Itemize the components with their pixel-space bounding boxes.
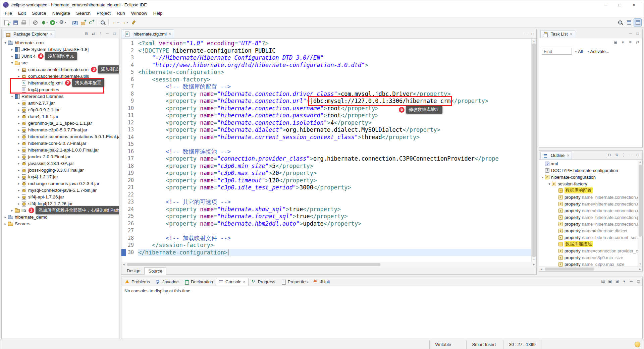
vertical-scrollbar[interactable]: ▲ ▼ [531, 39, 536, 262]
minimize-icon[interactable]: ─ [105, 32, 110, 36]
close-view-icon[interactable]: × [50, 32, 53, 37]
tree-item-junit-4[interactable]: ▸JUnit 44添加测试单元 [2, 53, 119, 59]
tree-item-com-caochenlei-hibernate-crm[interactable]: ▸com.caochenlei.hibernate.crm3添加测试包 [2, 66, 119, 73]
code-line-25[interactable]: 25 <property name="hibernate.format_sql"… [121, 213, 531, 220]
tree-item-antlr-2-7-7-jar[interactable]: ▸antlr-2.7.7.jar [2, 100, 119, 106]
line-number[interactable]: 21 [121, 184, 138, 191]
editor-tab-hibernate-cfg-xml[interactable]: hibernate.cfg.xml × [122, 30, 174, 38]
line-number[interactable]: 27 [121, 227, 138, 235]
code-line-16[interactable]: 16 <!-- 数据库连接池 --> [121, 148, 531, 156]
minimize-button[interactable]: ─ [599, 1, 613, 9]
scroll-up-icon[interactable]: ▲ [638, 160, 642, 164]
clear-console-icon[interactable]: ▤ [601, 279, 605, 284]
tab-declaration[interactable]: Declaration [181, 278, 216, 286]
tab-design[interactable]: Design [123, 267, 144, 274]
tree-item-hibernate-crm[interactable]: ▾hibernate_crm [2, 39, 119, 46]
task-list-tab[interactable]: Task List × [540, 30, 575, 38]
tree-item-property[interactable]: propertyname=c3p0.min_size [539, 254, 638, 261]
new-package-button[interactable] [79, 18, 87, 26]
tree-item-slf4j-log4j12-1-7-26-jar[interactable]: ▸slf4j-log4j12-1.7.26.jar [2, 200, 119, 207]
tree-item-property[interactable]: propertyname=connection.provider_class [539, 247, 638, 254]
maximize-icon[interactable]: □ [112, 32, 117, 36]
line-number[interactable]: 25 [121, 213, 138, 220]
close-tab-icon[interactable]: × [243, 280, 246, 284]
code-line-6[interactable]: 6 <session-factory> [121, 76, 531, 83]
maximize-icon[interactable]: □ [636, 279, 641, 284]
tree-item-servers[interactable]: ▸Servers [2, 220, 119, 227]
tree-item-com-caochenlei-hibernate-utils[interactable]: ▸com.caochenlei.hibernate.utils [2, 73, 119, 79]
line-number[interactable]: 8 [121, 91, 138, 98]
maximize-icon[interactable]: □ [635, 32, 640, 36]
perspective-javaee-button[interactable] [634, 18, 642, 26]
code-line-29[interactable]: 29 </session-factory> [121, 242, 531, 249]
tree-item-property[interactable]: propertyname=hibernate.connection.driver… [539, 194, 638, 200]
tree-item-property[interactable]: propertyname=c3p0.max_size [539, 261, 638, 267]
tree-item-hibernate-configuration[interactable]: ▾hibernate-configuration [539, 174, 638, 180]
new-wizard-button[interactable]: ▾ [2, 18, 12, 26]
close-button[interactable]: × [627, 1, 641, 9]
tree-item-hibernate-jpa-2-1-api-1-0-0-final-jar[interactable]: ▸hibernate-jpa-2.1-api-1.0.0.Final.jar [2, 147, 119, 153]
line-number[interactable]: 18 [121, 163, 138, 170]
menu-file[interactable]: File [2, 10, 15, 16]
line-number[interactable]: 1 [121, 40, 138, 47]
tree-item-geronimo-jta-1-1-spec-1-1-1-jar[interactable]: ▸geronimo-jta_1.1_spec-1.1.1.jar [2, 120, 119, 126]
code-line-9[interactable]: 9 <property name="hibernate.connection.u… [121, 98, 531, 105]
line-number[interactable]: 4 [121, 62, 138, 69]
code-line-19[interactable]: 19 <property name="c3p0.max_size">20</pr… [121, 170, 531, 177]
back-button[interactable]: ▾ [110, 18, 120, 26]
code-line-21[interactable]: 21 <property name="c3p0.idle_test_period… [121, 184, 531, 191]
code-line-1[interactable]: 1<?xml version="1.0" encoding="UTF-8"?> [121, 40, 531, 47]
scroll-up-icon[interactable]: ▲ [532, 39, 536, 43]
line-number[interactable]: 14 [121, 134, 138, 141]
tree-item-jandex-2-0-0-final-jar[interactable]: ▸jandex-2.0.0.Final.jar [2, 153, 119, 160]
tree-item-src[interactable]: ▾src [2, 59, 119, 66]
link-with-editor-icon[interactable]: ⇄ [91, 32, 96, 36]
tree-item-property[interactable]: propertyname=hibernate.dialect [539, 227, 638, 234]
perspective-java-button[interactable] [625, 18, 633, 26]
code-line-3[interactable]: 3 "-//Hibernate/Hibernate Configuration … [121, 54, 531, 62]
tree-item-log4j-1-2-17-jar[interactable]: ▸log4j-1.2.17.jar [2, 173, 119, 180]
close-tab-icon[interactable]: × [169, 32, 171, 36]
code-line-23[interactable]: 23 <!-- 其它的可选项 --> [121, 198, 531, 206]
code-line-5[interactable]: 5<hibernate-configuration> [121, 69, 531, 76]
line-number[interactable]: 24 [121, 206, 138, 213]
tree-item-dom4j-1-6-1-jar[interactable]: ▸dom4j-1.6.1.jar [2, 113, 119, 120]
menu-source[interactable]: Source [29, 10, 49, 16]
code-line-20[interactable]: 20 <property name="c3p0.timeout">120</pr… [121, 177, 531, 184]
quick-access-search-button[interactable] [616, 18, 624, 26]
tree-item-mysql-connector-java-5-1-7-bin-jar[interactable]: ▸mysql-connector-java-5.1.7-bin.jar [2, 187, 119, 193]
line-number[interactable]: 15 [121, 141, 138, 148]
tree-item-c3p0-0-9-2-1-jar[interactable]: ▸c3p0-0.9.2.1.jar [2, 106, 119, 113]
new-java-project-button[interactable] [71, 18, 79, 26]
menu-navigate[interactable]: Navigate [49, 10, 73, 16]
code-line-27[interactable]: 27 [121, 227, 531, 235]
skip-all-breakpoints-button[interactable] [32, 18, 40, 26]
tab-source[interactable]: Source [144, 267, 166, 275]
code-line-24[interactable]: 24 <property name="hibernate.show_sql">t… [121, 206, 531, 213]
code-line-7[interactable]: 7 <!-- 数据库的配置 --> [121, 83, 531, 91]
line-number[interactable]: 22 [121, 191, 138, 199]
maximize-button[interactable]: □ [613, 1, 627, 9]
scroll-right-icon[interactable]: ▶ [532, 262, 536, 267]
line-number[interactable]: 6 [121, 76, 138, 83]
scroll-down-icon[interactable]: ▼ [532, 257, 536, 262]
outline-horizontal-scrollbar[interactable]: ◀ ▶ [539, 267, 642, 271]
minimize-icon[interactable]: ─ [628, 32, 633, 36]
tab-properties[interactable]: Properties [278, 278, 311, 286]
scroll-left-icon[interactable]: ◀ [121, 262, 126, 267]
code-line-11[interactable]: 11 <property name="hibernate.connection.… [121, 112, 531, 119]
tree-item-hibernate-commons-annotations-5-0-1-final-jar[interactable]: ▸hibernate-commons-annotations-5.0.1.Fin… [2, 133, 119, 140]
minimize-icon[interactable]: ─ [629, 279, 634, 284]
line-number[interactable]: 26 [121, 220, 138, 228]
close-view-icon[interactable]: × [570, 32, 573, 37]
tree-item-xml[interactable]: xml [539, 160, 638, 167]
scope-link-activate[interactable]: ▾Activate... [587, 49, 609, 54]
tab-console[interactable]: Console× [216, 278, 249, 286]
tab-problems[interactable]: Problems [122, 278, 153, 286]
line-number[interactable]: 19 [121, 170, 138, 177]
new-task-icon[interactable]: ⊞ [613, 40, 618, 45]
tree-item-property[interactable]: propertyname=hibernate.connection.isolat… [539, 221, 638, 227]
tree-item-referenced-libraries[interactable]: ▾Referenced Libraries [2, 93, 119, 100]
code-editor[interactable]: 1<?xml version="1.0" encoding="UTF-8"?>2… [121, 39, 531, 262]
code-line-2[interactable]: 2<!DOCTYPE hibernate-configuration PUBLI… [121, 47, 531, 55]
